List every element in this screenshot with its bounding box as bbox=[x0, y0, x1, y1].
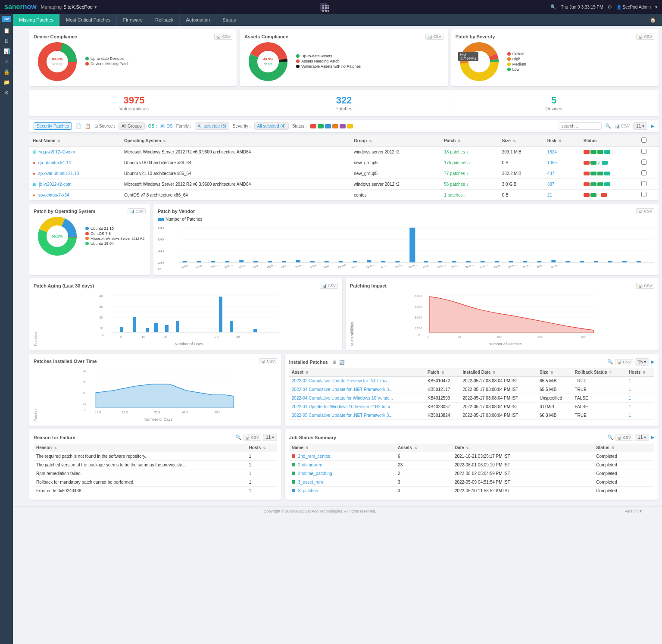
patching-impact-csv[interactable]: 📊 CSV bbox=[636, 283, 654, 289]
risk-link[interactable]: 1356 bbox=[547, 160, 557, 165]
sidebar-icon-2[interactable]: 🖥 bbox=[4, 38, 9, 44]
grid-icon[interactable] bbox=[320, 3, 328, 11]
row-checkbox[interactable] bbox=[641, 149, 646, 154]
row-checkbox[interactable] bbox=[641, 181, 646, 186]
source-dropdown[interactable]: All Groups bbox=[119, 122, 145, 130]
patch-link[interactable]: 77 patches ↓ bbox=[444, 171, 468, 176]
vendor-bar-icon bbox=[158, 218, 164, 221]
tab-firmware[interactable]: Firmware bbox=[117, 14, 149, 26]
hosts-link[interactable]: 1 bbox=[629, 413, 631, 418]
installed-patch-row: 2022-05 Cumulative Update for .NET Frame… bbox=[289, 411, 654, 420]
risk-link[interactable]: 437 bbox=[547, 171, 555, 176]
nav-arrow-right[interactable]: ▶ bbox=[651, 123, 654, 129]
reason-cell: Error code:0x80240438 bbox=[34, 487, 247, 495]
patch-link[interactable]: 56 patches ↓ bbox=[444, 182, 468, 187]
rows-dropdown[interactable]: 11 ▾ bbox=[633, 122, 647, 130]
asset-link[interactable]: 2022-02 Cumulative Update Preview for .N… bbox=[292, 378, 390, 383]
sidebar-icon-1[interactable]: 📋 bbox=[3, 28, 10, 34]
patch-aging-csv[interactable]: 📊 CSV bbox=[320, 283, 338, 289]
version-label[interactable]: Version ▼ bbox=[625, 509, 643, 513]
sidebar-icon-6[interactable]: 📁 bbox=[3, 79, 10, 85]
status-indicator bbox=[590, 182, 596, 186]
sidebar-icon-7[interactable]: ⚙ bbox=[4, 90, 9, 96]
csv-export-icon[interactable]: 📊 CSV bbox=[615, 124, 630, 128]
tab-rollback[interactable]: Rollback bbox=[149, 14, 180, 26]
risk-link[interactable]: 337 bbox=[547, 182, 555, 187]
tab-status[interactable]: Status bbox=[216, 14, 242, 26]
job-name-link[interactable]: 3_patches bbox=[298, 488, 318, 493]
patch-link[interactable]: 13 patches ↓ bbox=[444, 150, 468, 154]
risk-link[interactable]: 1824 bbox=[547, 150, 557, 154]
svg-text:4,500: 4,500 bbox=[415, 305, 422, 308]
job-rows-dropdown[interactable]: 11 ▾ bbox=[635, 434, 649, 441]
hosts-link[interactable]: 1 bbox=[629, 378, 631, 383]
patch-severity-csv[interactable]: 📊 CSV bbox=[636, 34, 654, 40]
svg-text:35.0: 35.0 bbox=[154, 411, 160, 414]
job-name-link[interactable]: 2nd_rem_centos bbox=[298, 454, 331, 459]
status-icon-green[interactable] bbox=[318, 124, 324, 128]
hosts-link[interactable]: 1 bbox=[629, 387, 631, 392]
job-csv[interactable]: 📊 CSV bbox=[615, 435, 633, 441]
asset-link[interactable]: 2022-04 Cumulative Update for Windows 10… bbox=[292, 396, 393, 400]
patch-link[interactable]: 175 patches ↓ bbox=[444, 160, 471, 165]
row-checkbox[interactable] bbox=[641, 192, 646, 197]
installed-search-icon[interactable]: 🔍 bbox=[607, 359, 613, 365]
settings-icon[interactable]: ⚙ bbox=[608, 4, 612, 10]
select-all-checkbox[interactable] bbox=[641, 138, 646, 143]
reason-csv[interactable]: 📊 CSV bbox=[243, 435, 261, 441]
svg-text:20: 20 bbox=[99, 316, 103, 319]
status-icon-yellow[interactable] bbox=[347, 124, 353, 128]
status-icon-purple[interactable] bbox=[340, 124, 346, 128]
assets-compliance-csv[interactable]: 📊 CSV bbox=[425, 34, 443, 40]
job-search-icon[interactable]: 🔍 bbox=[607, 435, 613, 440]
risk-link[interactable]: 21 bbox=[547, 193, 552, 197]
host-link[interactable]: vgg-w2012-r2-com bbox=[39, 150, 75, 154]
host-link[interactable]: qa-ubuntux64-14 bbox=[38, 160, 71, 165]
status-icon-blue[interactable] bbox=[325, 124, 331, 128]
row-checkbox[interactable] bbox=[641, 159, 646, 165]
patch-severity-legend: Critical High Medium bbox=[507, 52, 526, 72]
status-icon-orange[interactable] bbox=[332, 124, 338, 128]
installed-patches-title: Installed Patches 🖥 🔄 bbox=[289, 360, 344, 365]
row-checkbox[interactable] bbox=[641, 170, 646, 175]
device-compliance-csv[interactable]: 📊 CSV bbox=[214, 34, 232, 40]
tab-missing-patches[interactable]: Missing Patches bbox=[13, 14, 60, 26]
security-patches-filter[interactable]: Security Patches bbox=[34, 122, 72, 130]
patch-by-os-csv[interactable]: 📊 CSV bbox=[128, 208, 146, 214]
asset-link[interactable]: 2022-04 Cumulative Update for .NET Frame… bbox=[292, 387, 393, 392]
search-btn-icon[interactable]: 🔍 bbox=[605, 123, 611, 129]
installed-patches-csv[interactable]: 📊 CSV bbox=[615, 359, 633, 365]
family-dropdown[interactable]: All selected (3) bbox=[195, 122, 229, 130]
search-input[interactable] bbox=[559, 122, 602, 130]
host-link[interactable]: sp-centos-7-x64 bbox=[38, 193, 69, 197]
reason-rows-dropdown[interactable]: 11 ▾ bbox=[263, 434, 277, 441]
sidebar-icon-3[interactable]: 📊 bbox=[3, 48, 10, 54]
copy-icon: 📋 bbox=[85, 123, 91, 129]
host-link[interactable]: jb-w2012-r2-com bbox=[39, 182, 72, 187]
sidebar-icon-5[interactable]: 🔒 bbox=[3, 69, 10, 75]
severity-dropdown[interactable]: All selected (4) bbox=[254, 122, 289, 130]
installed-nav-arrow[interactable]: ▶ bbox=[651, 359, 654, 365]
dropdown-admin-icon[interactable]: ▾ bbox=[655, 4, 658, 10]
patches-over-time-csv[interactable]: 📊 CSV bbox=[259, 358, 277, 364]
patch-link[interactable]: 1 patches ↓ bbox=[444, 193, 466, 197]
hosts-link[interactable]: 1 bbox=[629, 404, 631, 409]
host-link[interactable]: sp-oval-ubuntu-21.10 bbox=[38, 171, 79, 176]
tab-home[interactable]: 🏠 bbox=[644, 14, 662, 26]
job-nav-arrow[interactable]: ▶ bbox=[651, 435, 654, 440]
tab-automation[interactable]: Automation bbox=[180, 14, 216, 26]
pm-badge[interactable]: PM bbox=[2, 16, 11, 22]
hosts-cell: 1 bbox=[626, 394, 654, 403]
job-name-link[interactable]: 3_asset_rem bbox=[298, 480, 323, 485]
asset-link[interactable]: 2022-04 Update for Windows 10 Version 21… bbox=[292, 404, 394, 409]
patch-by-vendor-csv[interactable]: 📊 CSV bbox=[636, 208, 654, 214]
hosts-link[interactable]: 1 bbox=[629, 396, 631, 400]
asset-link[interactable]: 2022-05 Cumulative Update for .NET Frame… bbox=[292, 413, 393, 418]
status-icon-red[interactable] bbox=[310, 124, 316, 128]
sidebar-icon-4[interactable]: ⚠ bbox=[4, 59, 9, 65]
job-name-link[interactable]: 2ndtime-rem bbox=[298, 463, 322, 467]
tab-most-critical[interactable]: Most Critical Patches bbox=[60, 14, 117, 26]
reason-search-icon[interactable]: 🔍 bbox=[235, 435, 241, 440]
installed-rows-dropdown[interactable]: 15 ▾ bbox=[635, 358, 649, 366]
job-name-link[interactable]: 2ndtime_patching bbox=[298, 471, 332, 476]
